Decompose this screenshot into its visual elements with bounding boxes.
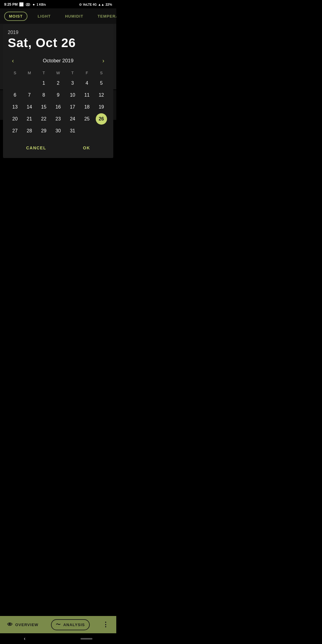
signal-icon: ▲▲ xyxy=(98,3,104,6)
calendar-day[interactable]: 19 xyxy=(96,101,107,113)
calendar-day[interactable]: 29 xyxy=(38,125,49,137)
calendar-day xyxy=(24,78,35,89)
prev-month-button[interactable]: ‹ xyxy=(9,56,17,65)
calendar-day[interactable]: 6 xyxy=(9,89,21,101)
dow-mon: M xyxy=(22,69,36,76)
calendar-day[interactable]: 31 xyxy=(67,125,78,137)
dialog-selected-date: Sat, Oct 26 xyxy=(8,36,109,50)
tab-moist[interactable]: MOIST xyxy=(4,12,27,21)
calendar-day xyxy=(9,78,21,89)
tab-light[interactable]: LIGHT xyxy=(33,12,55,20)
speed-display: 1 KB/s xyxy=(37,3,46,6)
calendar-day[interactable]: 27 xyxy=(9,125,21,137)
calendar-days-grid: 1234567891011121314151617181920212223242… xyxy=(8,78,109,137)
calendar-day[interactable]: 13 xyxy=(9,101,21,113)
calendar-day[interactable]: 18 xyxy=(81,101,93,113)
status-left: 9:25 PM 🅿 22 ● 1 KB/s xyxy=(4,2,46,7)
calendar-header: ‹ October 2019 › xyxy=(8,56,109,65)
calendar-day[interactable]: 20 xyxy=(9,113,21,125)
tab-humidity[interactable]: HUMIDIT xyxy=(61,12,87,20)
calendar-day[interactable]: 11 xyxy=(81,89,93,101)
dow-tue: T xyxy=(37,69,51,76)
date-picker-dialog: 2019 Sat, Oct 26 ‹ October 2019 › S M T … xyxy=(3,24,113,158)
calendar-day[interactable]: 30 xyxy=(52,125,64,137)
calendar-day[interactable]: 22 xyxy=(38,113,49,125)
notification-badge: 22 xyxy=(25,3,31,7)
dow-thu: T xyxy=(65,69,80,76)
calendar-day[interactable]: 15 xyxy=(38,101,49,113)
dialog-actions: CANCEL OK xyxy=(8,143,109,153)
calendar-day[interactable]: 10 xyxy=(67,89,78,101)
calendar-day[interactable]: 17 xyxy=(67,101,78,113)
battery-display: 22% xyxy=(106,3,112,6)
calendar-day xyxy=(81,125,93,137)
calendar-day[interactable]: 8 xyxy=(38,89,49,101)
dow-wed: W xyxy=(51,69,65,76)
dow-fri: F xyxy=(80,69,94,76)
calendar-day[interactable]: 7 xyxy=(24,89,35,101)
calendar-day[interactable]: 28 xyxy=(24,125,35,137)
dow-sat: S xyxy=(94,69,109,76)
calendar-day xyxy=(96,125,107,137)
calendar-day[interactable]: 24 xyxy=(67,113,78,125)
calendar-month-label: October 2019 xyxy=(43,58,73,64)
calendar-grid: S M T W T F S 12345678910111213141516171… xyxy=(8,69,109,137)
parking-icon: 🅿 xyxy=(19,2,23,7)
calendar-day[interactable]: 3 xyxy=(67,78,78,89)
status-right: ⊙ VoLTE 4G ▲▲ 22% xyxy=(79,3,112,7)
top-navigation: MOIST LIGHT HUMIDIT TEMPERA xyxy=(0,8,116,24)
calendar-day[interactable]: 12 xyxy=(96,89,107,101)
cancel-button[interactable]: CANCEL xyxy=(17,143,55,153)
whatsapp-icon: ● xyxy=(32,2,35,7)
next-month-button[interactable]: › xyxy=(99,56,107,65)
time-display: 9:25 PM xyxy=(4,2,18,7)
gps-icon: ⊙ xyxy=(79,3,82,7)
tab-temperature[interactable]: TEMPERA xyxy=(93,12,116,20)
calendar-day[interactable]: 16 xyxy=(52,101,64,113)
ok-button[interactable]: OK xyxy=(74,143,99,153)
dialog-year: 2019 xyxy=(8,30,109,35)
calendar-day[interactable]: 1 xyxy=(38,78,49,89)
calendar-day[interactable]: 25 xyxy=(81,113,93,125)
calendar-day[interactable]: 26 xyxy=(96,113,107,125)
calendar-day[interactable]: 14 xyxy=(24,101,35,113)
day-of-week-row: S M T W T F S xyxy=(8,69,109,76)
status-bar: 9:25 PM 🅿 22 ● 1 KB/s ⊙ VoLTE 4G ▲▲ 22% xyxy=(0,0,116,8)
calendar-day[interactable]: 5 xyxy=(96,78,107,89)
calendar-day[interactable]: 4 xyxy=(81,78,93,89)
calendar-day[interactable]: 23 xyxy=(52,113,64,125)
calendar-day[interactable]: 9 xyxy=(52,89,64,101)
network-icon: VoLTE 4G xyxy=(83,3,97,6)
calendar-day[interactable]: 2 xyxy=(52,78,64,89)
dow-sun: S xyxy=(8,69,22,76)
calendar-day[interactable]: 21 xyxy=(24,113,35,125)
